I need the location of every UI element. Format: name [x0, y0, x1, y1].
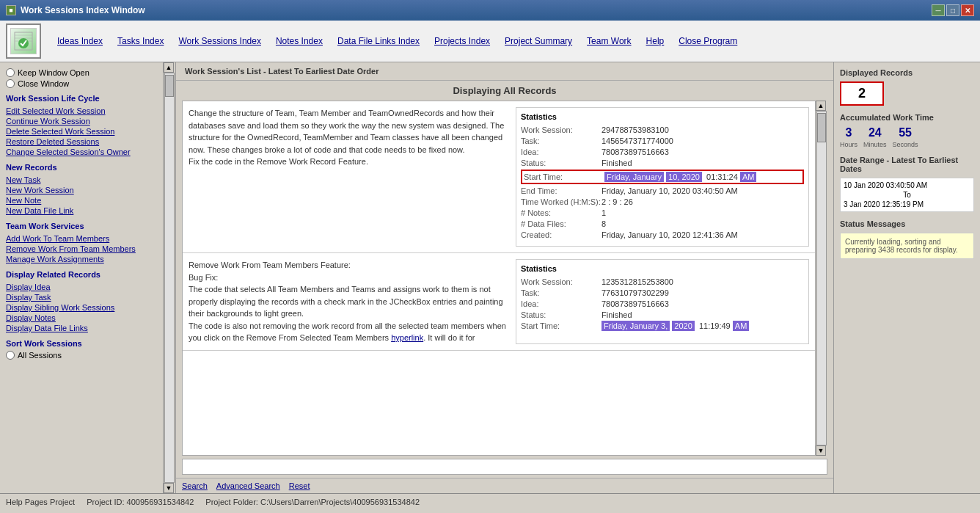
reset-button[interactable]: Reset [289, 481, 310, 490]
close-button[interactable]: ✕ [961, 4, 974, 16]
seconds-label: Seconds [893, 141, 918, 148]
date-range-from: 10 Jan 2020 03:40:50 AM [844, 181, 970, 189]
hyperlink-2[interactable]: hyperlink [391, 333, 423, 342]
start-time-2: 11:19:49 [699, 321, 731, 330]
stat-label-timeworked1: Time Worked (H:M:S): [521, 197, 601, 206]
stat-value-datafiles1: 8 [601, 219, 606, 228]
start-year-highlight-1: 10, 2020 [666, 172, 702, 182]
stat-label-idea1: Idea: [521, 148, 601, 156]
sidebar-new-note[interactable]: New Note [6, 195, 160, 205]
sidebar-continue-work-session[interactable]: Continue Work Session [6, 116, 160, 126]
seconds-value: 55 [893, 126, 918, 139]
sidebar-display-idea[interactable]: Display Idea [6, 282, 160, 292]
stat-label-status1: Status: [521, 159, 601, 167]
close-window-radio[interactable] [6, 79, 15, 88]
start-date-highlight-1: Friday, January [604, 172, 664, 182]
menu-item-data-file-links-index[interactable]: Data File Links Index [330, 33, 427, 49]
sidebar-new-data-file-link[interactable]: New Data File Link [6, 205, 160, 216]
sidebar-display-task[interactable]: Display Task [6, 292, 160, 302]
stat-label-datafiles1: # Data Files: [521, 219, 601, 228]
menu-item-team-work[interactable]: Team Work [579, 33, 638, 49]
sidebar-restore-deleted[interactable]: Restore Deleted Sessions [6, 137, 160, 147]
stat-value-timeworked1: 2 : 9 : 26 [601, 197, 633, 206]
close-window-label: Close Window [18, 79, 69, 88]
menu-item-project-summary[interactable]: Project Summary [497, 33, 579, 49]
sidebar-section-lifecycle: Work Session Life Cycle [6, 94, 160, 103]
record-stats-2: Statistics Work Session: 123531281525380… [516, 259, 809, 344]
sidebar-display-sibling[interactable]: Display Sibling Work Sessions [6, 302, 160, 313]
sidebar-manage-assignments[interactable]: Manage Work Assignments [6, 254, 160, 264]
menu-item-work-sessions-index[interactable]: Work Sessions Index [171, 33, 268, 49]
advanced-search-button[interactable]: Advanced Search [216, 481, 280, 490]
stat-value-ws2: 1235312815253800 [601, 277, 673, 286]
menu-item-close-program[interactable]: Close Program [671, 33, 745, 49]
sidebar-section-new-records: New Records [6, 163, 160, 172]
status-messages-label: Status Messages [840, 219, 974, 228]
stat-label-end1: End Time: [521, 186, 601, 195]
stat-label-status2: Status: [521, 310, 601, 319]
all-sessions-radio[interactable] [6, 351, 15, 360]
sidebar-add-work-team[interactable]: Add Work To Team Members [6, 233, 160, 244]
stat-label-ws2: Work Session: [521, 277, 601, 286]
menu-nav: Ideas Index Tasks Index Work Sessions In… [50, 33, 745, 49]
stat-value-idea2: 780873897516663 [601, 299, 669, 308]
displayed-records-label: Displayed Records [840, 68, 974, 77]
list-header: Work Session's List - Latest To Earliest… [176, 62, 833, 81]
menu-item-notes-index[interactable]: Notes Index [268, 33, 330, 49]
stat-value-created1: Friday, January 10, 2020 12:41:36 AM [601, 230, 738, 239]
accumulated-work-label: Accumulated Work Time [840, 113, 974, 122]
keep-window-radio[interactable] [6, 68, 15, 77]
status-project-name: Help Pages Project [6, 498, 75, 506]
stats-header-2: Statistics [521, 264, 804, 273]
stat-label-notes1: # Notes: [521, 208, 601, 217]
start-ampm-highlight-1: AM [740, 172, 757, 182]
sidebar-display-data-files[interactable]: Display Data File Links [6, 323, 160, 333]
stat-value-task2: 776310797302299 [601, 288, 669, 297]
menu-item-ideas-index[interactable]: Ideas Index [50, 33, 110, 49]
maximize-button[interactable]: □ [946, 4, 959, 16]
minimize-button[interactable]: ─ [932, 4, 945, 16]
record-description-2: Remove Work From Team Members Feature: B… [189, 259, 510, 344]
sidebar-display-notes[interactable]: Display Notes [6, 313, 160, 323]
status-bar: Help Pages Project Project ID: 400956931… [0, 493, 980, 509]
records-container: Change the structure of Team, Team Membe… [182, 101, 816, 456]
menu-item-tasks-index[interactable]: Tasks Index [110, 33, 171, 49]
sidebar-remove-work-team[interactable]: Remove Work From Team Members [6, 244, 160, 254]
search-button[interactable]: Search [182, 481, 208, 490]
record-description-1: Change the structure of Team, Team Membe… [189, 107, 510, 247]
sidebar-change-owner[interactable]: Change Selected Session's Owner [6, 147, 160, 157]
hours-label: Hours [840, 141, 858, 148]
sidebar-new-work-session[interactable]: New Work Session [6, 185, 160, 195]
sidebar-scroll-down[interactable]: ▼ [164, 483, 174, 493]
stat-value-start2: Friday, January 3, 2020 11:19:49 AM [601, 321, 749, 330]
window-title: Work Sessions Index Window [21, 5, 145, 15]
stat-value-end1: Friday, January 10, 2020 03:40:50 AM [601, 186, 738, 195]
sidebar: Keep Window Open Close Window Work Sessi… [0, 62, 164, 493]
date-range-to: 3 Jan 2020 12:35:19 PM [844, 200, 970, 208]
stat-value-notes1: 1 [601, 208, 606, 217]
stat-label-start1: Start Time: [524, 172, 604, 181]
list-title: Displaying All Records [176, 81, 833, 101]
stat-label-start2: Start Time: [521, 321, 601, 330]
sidebar-delete-work-session[interactable]: Delete Selected Work Session [6, 126, 160, 137]
sidebar-edit-work-session[interactable]: Edit Selected Work Session [6, 106, 160, 116]
sidebar-new-task[interactable]: New Task [6, 175, 160, 185]
start-time-1: 01:31:24 [706, 172, 738, 181]
sidebar-section-team-work: Team Work Services [6, 222, 160, 230]
stat-value-task1: 1456547371774000 [601, 137, 673, 145]
sidebar-scroll-up[interactable]: ▲ [164, 62, 174, 73]
date-range-to-separator: To [844, 189, 970, 200]
date-range-label: Date Range - Latest To Earliest Dates [840, 156, 974, 173]
stat-label-ws1: Work Session: [521, 125, 601, 134]
all-sessions-label: All Sessions [18, 351, 62, 360]
menu-item-help[interactable]: Help [639, 33, 672, 49]
records-scroll-down[interactable]: ▼ [816, 445, 826, 456]
displayed-records-value: 2 [840, 81, 884, 106]
search-input-bar[interactable] [182, 459, 827, 475]
stat-label-task2: Task: [521, 288, 601, 297]
menu-item-projects-index[interactable]: Projects Index [427, 33, 497, 49]
status-messages-text: Currently loading, sorting and preparing… [845, 238, 958, 254]
window-mode-group: Keep Window Open Close Window [6, 68, 160, 88]
app-logo [6, 23, 41, 59]
records-scroll-up[interactable]: ▲ [816, 101, 826, 111]
